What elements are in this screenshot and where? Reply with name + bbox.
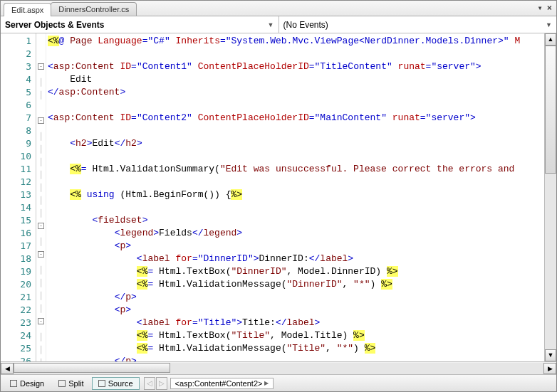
tab-controls: ▾ × [538,3,552,13]
code-line[interactable] [46,150,556,163]
file-tab[interactable]: Edit.aspx [4,3,51,16]
code-line[interactable]: <%= Html.ValidationMessage("Title", "*")… [46,342,556,355]
line-number: 5 [1,86,36,99]
code-line[interactable]: </p> [46,291,556,304]
line-number: 24 [1,329,36,342]
code-editor[interactable]: 1234567891011121314151617181920212223242… [1,33,556,361]
fold-guide: │ [36,130,46,143]
code-line[interactable]: <p> [46,304,556,317]
code-content[interactable]: <%@ Page Language="C#" Inherits="System.… [46,33,556,361]
horizontal-scrollbar[interactable]: ◀ ▶ [1,361,556,374]
source-view-button[interactable]: Source [92,377,140,390]
breadcrumb-next-icon[interactable]: ▷ [156,377,167,390]
line-number: 12 [1,176,36,189]
code-line[interactable] [46,176,556,189]
fold-toggle-icon[interactable]: - [38,251,44,258]
breadcrumb-item[interactable]: <asp:Content#Content2> ▶ [170,378,274,389]
code-line[interactable]: <asp:Content ID="Content1" ContentPlaceH… [46,60,556,73]
fold-toggle-icon[interactable]: - [38,223,44,229]
code-line[interactable]: <% using (Html.BeginForm()) {%> [46,189,556,201]
code-line[interactable]: <%@ Page Language="C#" Inherits="System.… [46,35,556,48]
line-number: 16 [1,227,36,240]
design-icon [10,380,17,387]
line-number: 6 [1,99,36,112]
vscroll-track[interactable] [545,46,556,349]
close-icon[interactable]: × [547,3,552,13]
code-line[interactable]: <p> [46,240,556,253]
fold-guide: │ [36,277,46,290]
scroll-down-icon[interactable]: ▼ [545,349,556,361]
line-number: 15 [1,214,36,227]
line-number-gutter: 1234567891011121314151617181920212223242… [1,33,36,361]
code-line[interactable]: <h2>Edit</h2> [46,137,556,150]
line-number: 11 [1,163,36,176]
code-line[interactable] [46,125,556,137]
vertical-scrollbar[interactable]: ▲ ▼ [544,33,556,361]
hscroll-track[interactable] [14,363,543,374]
fold-guide: │ [36,89,46,102]
source-icon [98,380,105,387]
code-line[interactable]: <fieldset> [46,214,556,227]
line-number: 8 [1,125,36,137]
fold-guide: │ [36,356,46,361]
code-line[interactable] [46,201,556,214]
code-line[interactable]: Edit [46,73,556,86]
fold-column: -││-│││││││-│-││││-││││ [36,33,46,361]
fold-guide: │ [36,302,46,315]
fold-guide: │ [36,181,46,194]
split-view-button[interactable]: Split [52,377,90,390]
fold-guide: │ [36,76,46,89]
line-number: 10 [1,150,36,163]
events-dropdown[interactable]: (No Events) ▼ [279,16,557,33]
code-line[interactable]: <asp:Content ID="Content2" ContentPlaceH… [46,112,556,125]
file-tab[interactable]: DinnersController.cs [51,2,137,16]
code-line[interactable] [46,48,556,60]
server-objects-dropdown[interactable]: Server Objects & Events ▼ [1,16,279,33]
line-number: 22 [1,304,36,317]
line-number: 2 [1,48,36,60]
code-line[interactable]: <label for="DinnerID">DinnerID:</label> [46,253,556,265]
fold-toggle-icon[interactable]: - [38,117,44,124]
line-number: 18 [1,253,36,265]
fold-guide: │ [36,207,46,220]
fold-guide: │ [36,344,46,356]
fold-guide: │ [36,194,46,207]
breadcrumb-prev-icon[interactable]: ◁ [144,377,155,390]
line-number: 26 [1,355,36,361]
line-number: 17 [1,240,36,253]
code-line[interactable]: <legend>Fields</legend> [46,227,556,240]
code-line[interactable]: <%= Html.TextBox("Title", Model.Title) %… [46,329,556,342]
fold-guide: │ [36,331,46,344]
vscroll-thumb[interactable] [545,46,556,174]
fold-guide: │ [36,235,46,248]
code-line[interactable]: </asp:Content> [46,86,556,99]
line-number: 25 [1,342,36,355]
fold-toggle-icon[interactable]: - [38,318,44,324]
design-view-button[interactable]: Design [4,377,51,390]
line-number: 21 [1,291,36,304]
object-event-dropdown-row: Server Objects & Events ▼ (No Events) ▼ [1,16,556,33]
scroll-right-icon[interactable]: ▶ [543,363,556,374]
breadcrumb-label: <asp:Content#Content2> [175,379,263,388]
chevron-right-icon: ▶ [264,380,269,386]
scroll-left-icon[interactable]: ◀ [1,363,14,374]
code-line[interactable]: <%= Html.TextBox("DinnerID", Model.Dinne… [46,265,556,278]
scroll-up-icon[interactable]: ▲ [545,33,556,46]
fold-toggle-icon[interactable]: - [38,63,44,70]
editor-wrap: 1234567891011121314151617181920212223242… [1,33,556,374]
design-label: Design [20,379,44,388]
breadcrumb-nav-buttons: ◁ ▷ [144,377,167,390]
code-line[interactable]: <%= Html.ValidationSummary("Edit was uns… [46,163,556,176]
tab-list-dropdown-icon[interactable]: ▾ [538,3,543,13]
hscroll-thumb[interactable] [14,363,170,373]
code-line[interactable]: </p> [46,355,556,361]
tab-bar: Edit.aspxDinnersController.cs ▾ × [1,1,556,16]
line-number: 23 [1,317,36,329]
line-number: 14 [1,201,36,214]
server-objects-label: Server Objects & Events [5,20,104,30]
line-number: 3 [1,60,36,73]
code-line[interactable]: <%= Html.ValidationMessage("DinnerID", "… [46,278,556,291]
code-line[interactable] [46,99,556,112]
fold-guide: │ [36,156,46,169]
code-line[interactable]: <label for="Title">Title:</label> [46,317,556,329]
